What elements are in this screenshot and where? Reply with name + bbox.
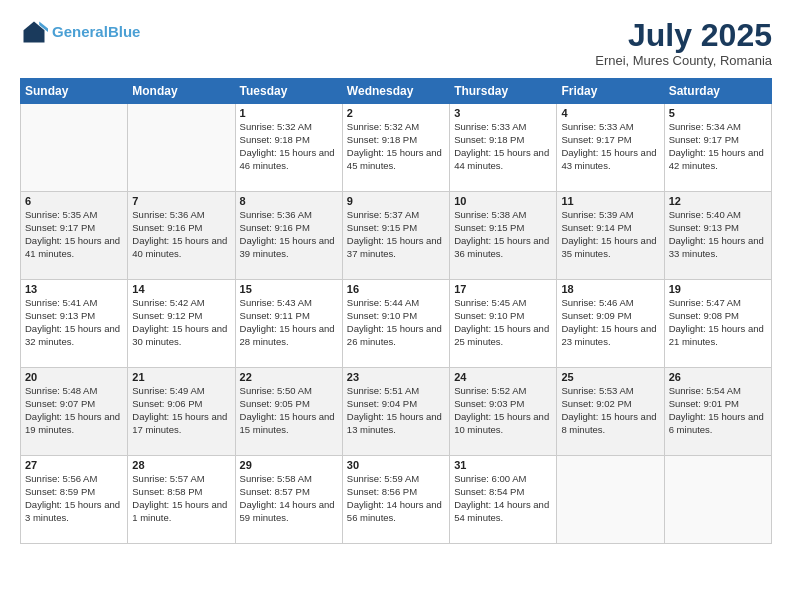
daylight-text-2: 37 minutes. [347, 248, 445, 261]
daylight-text: Daylight: 15 hours and [454, 411, 552, 424]
daylight-text-2: 15 minutes. [240, 424, 338, 437]
daylight-text: Daylight: 15 hours and [132, 235, 230, 248]
daylight-text: Daylight: 15 hours and [240, 147, 338, 160]
daylight-text: Daylight: 15 hours and [454, 235, 552, 248]
sunrise-text: Sunrise: 5:47 AM [669, 297, 767, 310]
daylight-text: Daylight: 15 hours and [669, 147, 767, 160]
table-row: 22Sunrise: 5:50 AMSunset: 9:05 PMDayligh… [235, 368, 342, 456]
table-row: 27Sunrise: 5:56 AMSunset: 8:59 PMDayligh… [21, 456, 128, 544]
day-number: 31 [454, 459, 552, 471]
daylight-text: Daylight: 15 hours and [347, 323, 445, 336]
calendar-week-row: 13Sunrise: 5:41 AMSunset: 9:13 PMDayligh… [21, 280, 772, 368]
daylight-text: Daylight: 15 hours and [454, 147, 552, 160]
day-number: 25 [561, 371, 659, 383]
daylight-text: Daylight: 15 hours and [669, 411, 767, 424]
day-number: 30 [347, 459, 445, 471]
location: Ernei, Mures County, Romania [595, 53, 772, 68]
table-row: 15Sunrise: 5:43 AMSunset: 9:11 PMDayligh… [235, 280, 342, 368]
daylight-text: Daylight: 15 hours and [132, 323, 230, 336]
col-sunday: Sunday [21, 79, 128, 104]
day-number: 23 [347, 371, 445, 383]
day-number: 24 [454, 371, 552, 383]
sunrise-text: Sunrise: 5:49 AM [132, 385, 230, 398]
sunrise-text: Sunrise: 5:59 AM [347, 473, 445, 486]
daylight-text: Daylight: 15 hours and [25, 499, 123, 512]
daylight-text-2: 10 minutes. [454, 424, 552, 437]
day-number: 15 [240, 283, 338, 295]
sunrise-text: Sunrise: 5:37 AM [347, 209, 445, 222]
table-row: 25Sunrise: 5:53 AMSunset: 9:02 PMDayligh… [557, 368, 664, 456]
sunrise-text: Sunrise: 5:45 AM [454, 297, 552, 310]
day-number: 7 [132, 195, 230, 207]
calendar-week-row: 6Sunrise: 5:35 AMSunset: 9:17 PMDaylight… [21, 192, 772, 280]
daylight-text-2: 19 minutes. [25, 424, 123, 437]
daylight-text-2: 13 minutes. [347, 424, 445, 437]
day-number: 4 [561, 107, 659, 119]
daylight-text: Daylight: 15 hours and [25, 411, 123, 424]
day-number: 9 [347, 195, 445, 207]
daylight-text: Daylight: 15 hours and [347, 235, 445, 248]
daylight-text-2: 40 minutes. [132, 248, 230, 261]
table-row: 8Sunrise: 5:36 AMSunset: 9:16 PMDaylight… [235, 192, 342, 280]
sunrise-text: Sunrise: 5:57 AM [132, 473, 230, 486]
sunset-text: Sunset: 9:13 PM [669, 222, 767, 235]
daylight-text-2: 30 minutes. [132, 336, 230, 349]
daylight-text: Daylight: 15 hours and [240, 411, 338, 424]
sunrise-text: Sunrise: 5:58 AM [240, 473, 338, 486]
day-number: 17 [454, 283, 552, 295]
daylight-text-2: 1 minute. [132, 512, 230, 525]
daylight-text: Daylight: 15 hours and [561, 323, 659, 336]
daylight-text-2: 45 minutes. [347, 160, 445, 173]
sunset-text: Sunset: 9:11 PM [240, 310, 338, 323]
table-row [21, 104, 128, 192]
daylight-text-2: 44 minutes. [454, 160, 552, 173]
sunrise-text: Sunrise: 5:50 AM [240, 385, 338, 398]
sunrise-text: Sunrise: 5:33 AM [561, 121, 659, 134]
daylight-text: Daylight: 15 hours and [132, 499, 230, 512]
logo-blue: Blue [108, 23, 141, 40]
sunset-text: Sunset: 9:12 PM [132, 310, 230, 323]
day-number: 11 [561, 195, 659, 207]
calendar: Sunday Monday Tuesday Wednesday Thursday… [20, 78, 772, 544]
table-row: 14Sunrise: 5:42 AMSunset: 9:12 PMDayligh… [128, 280, 235, 368]
daylight-text: Daylight: 15 hours and [25, 323, 123, 336]
logo-text: GeneralBlue [52, 24, 140, 41]
daylight-text-2: 46 minutes. [240, 160, 338, 173]
sunrise-text: Sunrise: 5:44 AM [347, 297, 445, 310]
col-thursday: Thursday [450, 79, 557, 104]
table-row [128, 104, 235, 192]
table-row: 29Sunrise: 5:58 AMSunset: 8:57 PMDayligh… [235, 456, 342, 544]
daylight-text-2: 39 minutes. [240, 248, 338, 261]
sunrise-text: Sunrise: 5:42 AM [132, 297, 230, 310]
daylight-text: Daylight: 15 hours and [669, 235, 767, 248]
table-row: 2Sunrise: 5:32 AMSunset: 9:18 PMDaylight… [342, 104, 449, 192]
sunset-text: Sunset: 9:10 PM [347, 310, 445, 323]
table-row [557, 456, 664, 544]
daylight-text-2: 33 minutes. [669, 248, 767, 261]
day-number: 26 [669, 371, 767, 383]
day-number: 10 [454, 195, 552, 207]
day-number: 12 [669, 195, 767, 207]
table-row: 26Sunrise: 5:54 AMSunset: 9:01 PMDayligh… [664, 368, 771, 456]
daylight-text-2: 36 minutes. [454, 248, 552, 261]
day-number: 1 [240, 107, 338, 119]
sunrise-text: Sunrise: 5:36 AM [132, 209, 230, 222]
sunset-text: Sunset: 8:56 PM [347, 486, 445, 499]
table-row: 23Sunrise: 5:51 AMSunset: 9:04 PMDayligh… [342, 368, 449, 456]
daylight-text: Daylight: 14 hours and [347, 499, 445, 512]
day-number: 29 [240, 459, 338, 471]
table-row: 11Sunrise: 5:39 AMSunset: 9:14 PMDayligh… [557, 192, 664, 280]
daylight-text: Daylight: 15 hours and [240, 323, 338, 336]
daylight-text-2: 54 minutes. [454, 512, 552, 525]
title-block: July 2025 Ernei, Mures County, Romania [595, 18, 772, 68]
month-title: July 2025 [595, 18, 772, 53]
table-row: 19Sunrise: 5:47 AMSunset: 9:08 PMDayligh… [664, 280, 771, 368]
sunset-text: Sunset: 9:15 PM [347, 222, 445, 235]
sunrise-text: Sunrise: 5:53 AM [561, 385, 659, 398]
daylight-text-2: 3 minutes. [25, 512, 123, 525]
day-number: 6 [25, 195, 123, 207]
day-number: 13 [25, 283, 123, 295]
sunset-text: Sunset: 9:13 PM [25, 310, 123, 323]
calendar-week-row: 20Sunrise: 5:48 AMSunset: 9:07 PMDayligh… [21, 368, 772, 456]
day-number: 21 [132, 371, 230, 383]
